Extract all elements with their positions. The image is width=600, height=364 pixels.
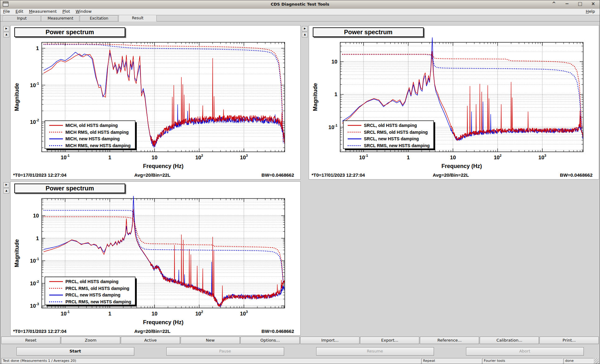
toolbar-button-reset[interactable]: Reset <box>1 337 60 344</box>
tick-label: 102 <box>494 154 502 161</box>
control-button-resume[interactable]: Resume <box>316 347 434 356</box>
x-axis-title: Frequency (Hz) <box>441 163 482 169</box>
legend-label: PRCL RMS, new HSTS damping <box>65 299 131 304</box>
menu-window[interactable]: Window <box>73 9 94 14</box>
app-window: CDS Diagnostic Test Tools ^−□× FileEditM… <box>0 0 600 364</box>
spike <box>183 240 184 284</box>
tick-label: 10-1 <box>359 154 368 161</box>
control-button-start[interactable]: Start <box>17 347 134 356</box>
spike <box>181 77 182 123</box>
tick-label: 10 <box>331 59 337 65</box>
avg-bin-label: Avg=20/Bin=22L <box>433 172 469 178</box>
toolbar-button-print[interactable]: Print... <box>540 337 599 344</box>
control-row: StartPauseResumeAbort <box>0 345 600 357</box>
tick-label: 10 <box>151 155 157 161</box>
tabbar: InputMeasurementExcitationResult <box>0 15 600 21</box>
spike <box>222 286 223 302</box>
legend-label: PRCL, new HSTS damping <box>65 292 121 297</box>
control-button-pause[interactable]: Pause <box>166 347 284 356</box>
tick-label: 102 <box>195 154 203 161</box>
tick-label: 10-1 <box>61 154 70 161</box>
bw-label: BW=0.0468662 <box>560 172 593 178</box>
toolbar-button-options[interactable]: Options... <box>240 337 300 344</box>
status-message: Test done (Measurements 1 / Averages 20) <box>1 358 421 364</box>
spike <box>184 95 184 122</box>
y-axis-title: Magnitude <box>312 83 318 111</box>
pane-up-button[interactable]: ▲ <box>3 188 9 194</box>
pane-up-button[interactable]: ▲ <box>3 32 9 37</box>
tab-excitation[interactable]: Excitation <box>80 16 118 21</box>
toolbar-button-zoom[interactable]: Zoom <box>61 337 120 344</box>
y-axis-title: Magnitude <box>14 239 20 267</box>
pane-title: Power spectrum <box>14 184 125 193</box>
spike <box>189 249 190 286</box>
t0-timestamp: *T0=17/01/2023 12:27:04 <box>13 329 67 334</box>
spike <box>471 111 472 134</box>
plot-canvas-2: 10-111010210310110-110-210-3PRCL, old HS… <box>10 181 301 336</box>
toolbar-button-calibration[interactable]: Calibration... <box>480 337 539 344</box>
plot-area: ▶▲10-1110102103110-110-2MICH, old HSTS d… <box>0 21 600 336</box>
spike <box>528 111 528 130</box>
window-title: CDS Diagnostic Test Tools <box>0 2 600 7</box>
tick-label: 10-1 <box>30 82 39 88</box>
spike <box>191 254 191 287</box>
spike <box>512 98 512 131</box>
spike <box>189 103 190 121</box>
legend: PRCL, old HSTS dampingPRCL RMS, old HSTS… <box>45 277 137 306</box>
tick-label: 1 <box>36 236 39 241</box>
tab-result[interactable]: Result <box>119 15 157 21</box>
menu-file[interactable]: File <box>0 9 13 14</box>
control-button-abort[interactable]: Abort <box>466 347 584 356</box>
spike <box>212 58 213 119</box>
pane-expand-button[interactable]: ▶ <box>3 26 9 31</box>
menu-edit[interactable]: Edit <box>13 9 26 14</box>
power-spectrum-chart: 10-111010210310110-1SRCL, old HSTS dampi… <box>309 26 599 179</box>
spike <box>476 104 477 133</box>
menu-plot[interactable]: Plot <box>60 9 73 14</box>
spike <box>181 235 182 283</box>
toolbar-button-active[interactable]: Active <box>121 337 180 344</box>
toolbar-button-new[interactable]: New <box>181 337 240 344</box>
t0-timestamp: *T0=17/01/2023 12:27:04 <box>13 172 67 178</box>
tab-input[interactable]: Input <box>3 16 41 21</box>
spike <box>483 102 483 133</box>
power-spectrum-chart: 10-1110102103110-110-2MICH, old HSTS dam… <box>11 26 300 179</box>
minimize-button[interactable]: − <box>564 1 570 7</box>
plot-canvas-0: 10-1110102103110-110-2MICH, old HSTS dam… <box>10 25 301 180</box>
legend-label: SRCL, old HSTS damping <box>364 123 417 128</box>
tick-label: 1 <box>108 155 111 161</box>
spike <box>183 84 183 122</box>
avg-bin-label: Avg=20/Bin=22L <box>134 329 170 334</box>
spike <box>501 104 502 131</box>
tick-label: 103 <box>240 310 248 317</box>
toolbar-button-export[interactable]: Export... <box>360 337 419 344</box>
tick-label: 10-1 <box>61 310 70 317</box>
pane-expand-button[interactable]: ▶ <box>3 182 9 188</box>
spike <box>470 86 470 134</box>
pane-title: Power spectrum <box>313 27 424 37</box>
maximize-button[interactable]: □ <box>577 1 583 7</box>
pane-up-button[interactable]: ▲ <box>302 32 308 37</box>
shade-button[interactable]: ^ <box>551 1 557 7</box>
tab-measurement[interactable]: Measurement <box>41 16 79 21</box>
bw-label: BW=0.0468662 <box>261 172 294 178</box>
x-axis-title: Frequency (Hz) <box>143 163 183 169</box>
menu-help[interactable]: Help <box>583 9 598 14</box>
resize-grip[interactable] <box>594 358 599 364</box>
spike <box>488 85 488 132</box>
power-spectrum-chart: 10-111010210310110-110-210-3PRCL, old HS… <box>11 182 300 335</box>
tick-label: 1 <box>36 45 39 51</box>
close-button[interactable]: × <box>590 1 596 7</box>
status-state-field: done <box>564 358 593 364</box>
spike <box>511 82 512 130</box>
toolbar-button-reference[interactable]: Reference... <box>420 337 479 344</box>
tick-label: 10-1 <box>30 257 39 264</box>
tick-label: 1 <box>407 155 410 161</box>
toolbar-button-import[interactable]: Import... <box>300 337 360 344</box>
spike <box>490 114 491 132</box>
pane-expand-button[interactable]: ▶ <box>302 26 308 31</box>
avg-bin-label: Avg=20/Bin=22L <box>134 172 170 178</box>
spike <box>202 268 203 291</box>
tick-label: 10-3 <box>30 302 39 309</box>
menu-measurement[interactable]: Measurement <box>26 9 60 14</box>
